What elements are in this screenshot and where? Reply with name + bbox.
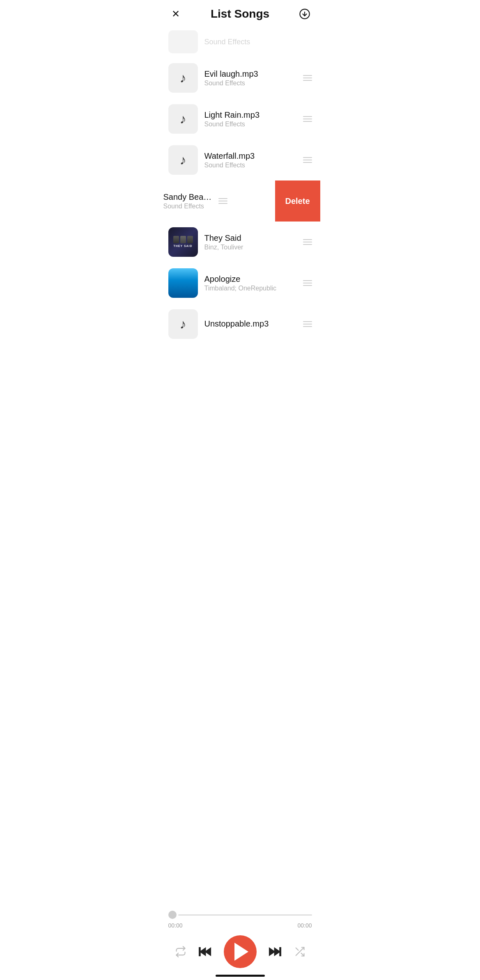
download-button[interactable] bbox=[297, 7, 312, 21]
music-note-icon: ♪ bbox=[180, 71, 186, 86]
list-item[interactable]: ♪ Evil laugh.mp3 Sound Effects bbox=[160, 57, 320, 98]
delete-button[interactable]: Delete bbox=[275, 180, 320, 222]
song-title: Apologize bbox=[204, 274, 296, 284]
song-info: Light Rain.mp3 Sound Effects bbox=[204, 110, 296, 128]
song-title: Unstoppable.mp3 bbox=[204, 319, 296, 329]
song-list: Sound Effects ♪ Evil laugh.mp3 Sound Eff… bbox=[160, 26, 320, 345]
list-item[interactable]: Apologize Timbaland; OneRepublic bbox=[160, 263, 320, 304]
song-title: Light Rain.mp3 bbox=[204, 110, 296, 120]
drag-handle[interactable] bbox=[303, 280, 312, 286]
song-thumbnail: ♪ bbox=[168, 145, 198, 175]
song-info: Unstoppable.mp3 bbox=[204, 319, 296, 329]
song-title: Evil laugh.mp3 bbox=[204, 69, 296, 79]
music-note-icon: ♪ bbox=[180, 317, 186, 332]
song-info: Waterfall.mp3 Sound Effects bbox=[204, 151, 296, 169]
song-title: They Said bbox=[204, 233, 296, 243]
song-artist: Sound Effects bbox=[204, 162, 296, 169]
song-title: Waterfall.mp3 bbox=[204, 151, 296, 161]
song-thumbnail: ♪ bbox=[168, 63, 198, 93]
drag-handle[interactable] bbox=[303, 321, 312, 327]
song-thumbnail bbox=[168, 268, 198, 298]
list-item[interactable]: ♪ Light Rain.mp3 Sound Effects bbox=[160, 98, 320, 139]
delete-label: Delete bbox=[285, 196, 310, 206]
header: ✕ List Songs bbox=[160, 0, 320, 26]
close-button[interactable]: ✕ bbox=[168, 7, 183, 21]
music-note-icon: ♪ bbox=[180, 112, 186, 127]
song-artist: Sound Effects bbox=[204, 121, 296, 128]
page-title: List Songs bbox=[211, 7, 269, 21]
song-info: Apologize Timbaland; OneRepublic bbox=[204, 274, 296, 292]
song-item-content: ♪ Sandy Beach.mp3 Sound Effects bbox=[160, 180, 234, 222]
list-item[interactable]: ♪ Waterfall.mp3 Sound Effects bbox=[160, 139, 320, 180]
song-thumbnail: ♪ bbox=[168, 309, 198, 339]
list-item[interactable]: ♪ Unstoppable.mp3 bbox=[160, 304, 320, 345]
they-said-art-text: THEY SAID bbox=[173, 244, 192, 248]
partial-label: Sound Effects bbox=[204, 38, 250, 46]
drag-handle[interactable] bbox=[303, 75, 312, 81]
song-artist: Sound Effects bbox=[204, 80, 296, 87]
list-item-swiped[interactable]: ♪ Sandy Beach.mp3 Sound Effects Delete bbox=[160, 180, 320, 222]
drag-handle[interactable] bbox=[303, 157, 312, 163]
song-artist: Binz, Touliver bbox=[204, 244, 296, 251]
song-info: Evil laugh.mp3 Sound Effects bbox=[204, 69, 296, 87]
song-artist: Timbaland; OneRepublic bbox=[204, 285, 296, 292]
list-item[interactable]: THEY SAID They Said Binz, Touliver bbox=[160, 222, 320, 263]
drag-handle[interactable] bbox=[303, 116, 312, 122]
partial-thumb bbox=[168, 30, 198, 53]
song-info: They Said Binz, Touliver bbox=[204, 233, 296, 251]
song-artist: Sound Effects bbox=[163, 203, 212, 210]
song-thumbnail: ♪ bbox=[168, 104, 198, 134]
song-info: Sandy Beach.mp3 Sound Effects bbox=[163, 192, 212, 210]
drag-handle[interactable] bbox=[218, 198, 227, 204]
drag-handle[interactable] bbox=[303, 239, 312, 245]
song-title: Sandy Beach.mp3 bbox=[163, 192, 212, 202]
partial-item: Sound Effects bbox=[160, 26, 320, 57]
player-spacer bbox=[160, 345, 320, 418]
song-thumbnail: THEY SAID bbox=[168, 227, 198, 257]
music-note-icon: ♪ bbox=[180, 153, 186, 168]
